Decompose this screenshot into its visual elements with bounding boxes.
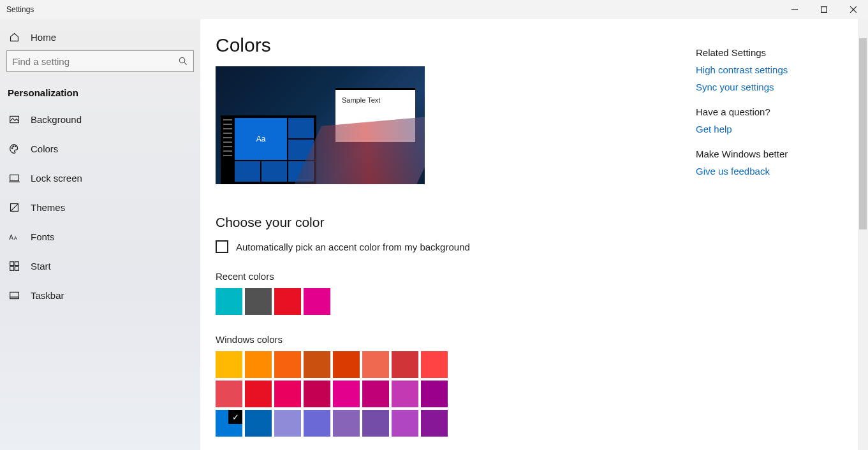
colors-icon: [8, 143, 20, 154]
home-button[interactable]: Home: [0, 24, 200, 50]
sidebar-item-label: Lock screen: [31, 173, 82, 184]
related-link[interactable]: Sync your settings: [696, 82, 855, 92]
sidebar-item-fonts[interactable]: AAFonts: [0, 222, 200, 251]
fonts-icon: AA: [8, 232, 20, 242]
windows-color-swatch[interactable]: [216, 381, 242, 407]
svg-line-5: [184, 62, 187, 65]
windows-color-swatch[interactable]: [245, 410, 272, 437]
sidebar-item-label: Colors: [31, 143, 58, 154]
sidebar-item-colors[interactable]: Colors: [0, 134, 200, 163]
sidebar-item-label: Taskbar: [31, 290, 64, 301]
windows-color-swatch[interactable]: [274, 381, 301, 407]
windows-color-swatch[interactable]: [392, 410, 418, 437]
search-input[interactable]: [6, 50, 194, 72]
preview-start-menu: Aa: [221, 115, 316, 184]
scrollbar-thumb[interactable]: [859, 38, 867, 229]
svg-rect-1: [821, 7, 827, 13]
feedback-link[interactable]: Give us feedback: [696, 166, 855, 177]
svg-rect-17: [10, 266, 13, 270]
svg-point-9: [15, 145, 16, 147]
sidebar-item-label: Themes: [31, 202, 65, 213]
sidebar-item-taskbar[interactable]: Taskbar: [0, 280, 200, 310]
titlebar: Settings: [0, 0, 868, 19]
preview-sample-window: Sample Text: [335, 88, 415, 142]
svg-point-7: [11, 147, 13, 149]
recent-color-swatch[interactable]: [216, 288, 242, 315]
themes-icon: [8, 202, 20, 213]
minimize-icon: [791, 6, 798, 13]
search-field[interactable]: [12, 56, 178, 67]
recent-colors-label: Recent colors: [216, 271, 696, 282]
windows-color-swatch[interactable]: [392, 381, 418, 407]
windows-color-swatch[interactable]: [304, 410, 330, 437]
windows-color-swatch[interactable]: [421, 381, 448, 407]
windows-color-swatch[interactable]: [245, 381, 272, 407]
recent-color-swatch[interactable]: [304, 288, 330, 315]
svg-rect-19: [10, 292, 18, 298]
windows-color-swatch[interactable]: [304, 381, 330, 407]
windows-color-swatch[interactable]: [333, 351, 360, 378]
windows-colors-grid: ✓: [216, 351, 696, 437]
sidebar-item-label: Fonts: [31, 231, 55, 242]
windows-color-swatch[interactable]: [333, 410, 360, 437]
svg-rect-16: [15, 261, 18, 265]
page-title: Colors: [216, 34, 696, 56]
maximize-icon: [821, 6, 827, 13]
home-label: Home: [31, 32, 56, 43]
checkbox-icon: [216, 240, 228, 253]
windows-color-swatch[interactable]: [274, 410, 301, 437]
windows-color-swatch[interactable]: [216, 351, 242, 378]
get-help-link[interactable]: Get help: [696, 124, 855, 134]
windows-color-swatch[interactable]: [362, 351, 389, 378]
preview-tile-aa: Aa: [235, 118, 287, 160]
svg-point-8: [12, 145, 13, 147]
choose-color-heading: Choose your color: [216, 215, 696, 230]
windows-color-swatch[interactable]: ✓: [216, 410, 242, 437]
sidebar: Home Personalization BackgroundColorsLoc…: [0, 19, 200, 450]
recent-color-swatch[interactable]: [274, 288, 301, 315]
windows-color-swatch[interactable]: [333, 381, 360, 407]
main-content: Colors Aa Sample Text Choose your: [200, 19, 868, 450]
sidebar-item-lockscreen[interactable]: Lock screen: [0, 163, 200, 192]
right-rail: Related Settings High contrast settingsS…: [696, 34, 868, 450]
svg-rect-15: [10, 261, 13, 265]
auto-pick-checkbox[interactable]: Automatically pick an accent color from …: [216, 240, 696, 253]
taskbar-icon: [8, 290, 20, 301]
close-icon: [850, 6, 857, 13]
sidebar-item-themes[interactable]: Themes: [0, 192, 200, 222]
svg-rect-10: [10, 175, 18, 180]
sidebar-item-label: Start: [31, 261, 51, 272]
related-link[interactable]: High contrast settings: [696, 64, 855, 75]
minimize-button[interactable]: [780, 0, 809, 19]
svg-text:A: A: [13, 235, 17, 240]
recent-colors-row: [216, 288, 696, 315]
svg-rect-18: [15, 266, 18, 270]
windows-color-swatch[interactable]: [392, 351, 418, 378]
background-icon: [8, 114, 20, 125]
windows-color-swatch[interactable]: [421, 351, 448, 378]
window-title: Settings: [0, 5, 34, 14]
home-icon: [8, 32, 20, 43]
lockscreen-icon: [8, 173, 20, 184]
windows-color-swatch[interactable]: [304, 351, 330, 378]
scrollbar[interactable]: [858, 19, 868, 450]
sidebar-item-start[interactable]: Start: [0, 251, 200, 280]
auto-pick-label: Automatically pick an accent color from …: [236, 242, 470, 252]
start-icon: [8, 261, 20, 272]
svg-point-4: [179, 57, 184, 62]
related-settings-heading: Related Settings: [696, 47, 855, 58]
close-button[interactable]: [839, 0, 868, 19]
windows-color-swatch[interactable]: [362, 410, 389, 437]
recent-color-swatch[interactable]: [245, 288, 272, 315]
windows-color-swatch[interactable]: [421, 410, 448, 437]
sidebar-item-label: Background: [31, 114, 82, 125]
sidebar-item-background[interactable]: Background: [0, 105, 200, 134]
windows-color-swatch[interactable]: [362, 381, 389, 407]
maximize-button[interactable]: [809, 0, 839, 19]
windows-colors-label: Windows colors: [216, 334, 696, 345]
preview-sample-text: Sample Text: [342, 96, 380, 104]
windows-color-swatch[interactable]: [245, 351, 272, 378]
windows-color-swatch[interactable]: [274, 351, 301, 378]
window-controls: [780, 0, 868, 19]
check-icon: ✓: [228, 410, 242, 424]
